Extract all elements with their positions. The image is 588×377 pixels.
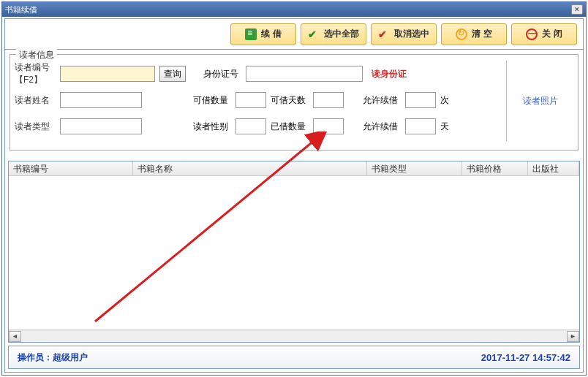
close-icon	[526, 28, 538, 40]
idcard-input[interactable]	[246, 66, 363, 82]
borrow-qty-label: 可借数量	[193, 94, 231, 107]
allow-renew-label: 允许续借	[363, 94, 401, 107]
select-all-button[interactable]: 选中全部	[301, 23, 366, 45]
reader-legend: 读者信息	[16, 49, 57, 61]
scroll-left-button[interactable]: ◄	[9, 331, 21, 342]
clear-button[interactable]: 清 空	[441, 23, 507, 45]
query-button[interactable]: 查询	[159, 66, 186, 82]
borrow-days-label: 可借天数	[271, 94, 309, 107]
window-title: 书籍续借	[5, 4, 37, 15]
type-label: 读者类型	[15, 121, 56, 133]
reader-photo-area: 读者照片	[506, 61, 573, 141]
main-window: 书籍续借 ✕ 续 借 选中全部 取消选中 清 空 关 闭 读者信息 读者编号【F…	[1, 1, 587, 376]
renew-icon	[245, 28, 257, 40]
gender-input[interactable]	[235, 118, 266, 134]
reader-id-label: 读者编号【F2】	[15, 61, 56, 86]
reader-info-fieldset: 读者信息 读者编号【F2】 查询 身份证号 读身份证 读者姓名	[10, 54, 578, 151]
borrow-days-input[interactable]	[313, 92, 344, 108]
col-book-id[interactable]: 书籍编号	[9, 161, 133, 175]
borrowed-qty-label: 已借数量	[271, 121, 309, 133]
window-close-button[interactable]: ✕	[571, 4, 583, 15]
times-suffix: 次	[440, 94, 455, 107]
col-book-price[interactable]: 书籍价格	[462, 161, 528, 175]
scroll-right-button[interactable]: ►	[567, 331, 579, 342]
read-idcard-button[interactable]: 读身份证	[372, 68, 407, 80]
name-label: 读者姓名	[15, 94, 56, 107]
col-book-type[interactable]: 书籍类型	[367, 161, 462, 175]
col-publisher[interactable]: 出版社	[528, 161, 579, 175]
refresh-icon	[456, 28, 467, 40]
type-input[interactable]	[60, 118, 142, 134]
allow-renew-times-input[interactable]	[405, 92, 436, 108]
check-icon	[308, 28, 320, 40]
books-table: 书籍编号 书籍名称 书籍类型 书籍价格 出版社 ◄ ►	[8, 161, 580, 343]
allow-renew-label2: 允许续借	[363, 121, 401, 133]
renew-button[interactable]: 续 借	[230, 23, 296, 45]
days-suffix: 天	[440, 121, 455, 133]
reader-id-input[interactable]	[60, 66, 155, 82]
horizontal-scrollbar[interactable]: ◄ ►	[9, 330, 579, 342]
borrowed-qty-input[interactable]	[313, 118, 344, 134]
statusbar: 操作员：超级用户 2017-11-27 14:57:42	[8, 346, 580, 369]
datetime: 2017-11-27 14:57:42	[481, 352, 570, 363]
operator-info: 操作员：超级用户	[18, 351, 88, 364]
table-body[interactable]	[9, 176, 579, 330]
gender-label: 读者性别	[193, 121, 231, 133]
idcard-label: 身份证号	[203, 68, 241, 80]
uncheck-icon	[378, 28, 390, 40]
table-header: 书籍编号 书籍名称 书籍类型 书籍价格 出版社	[9, 161, 579, 176]
borrow-qty-input[interactable]	[235, 92, 266, 108]
name-input[interactable]	[60, 92, 142, 108]
titlebar: 书籍续借 ✕	[2, 2, 586, 17]
close-button[interactable]: 关 闭	[511, 23, 577, 45]
toolbar: 续 借 选中全部 取消选中 清 空 关 闭	[5, 19, 583, 50]
deselect-button[interactable]: 取消选中	[371, 23, 437, 45]
col-book-name[interactable]: 书籍名称	[133, 161, 367, 175]
allow-renew-days-input[interactable]	[405, 118, 436, 134]
